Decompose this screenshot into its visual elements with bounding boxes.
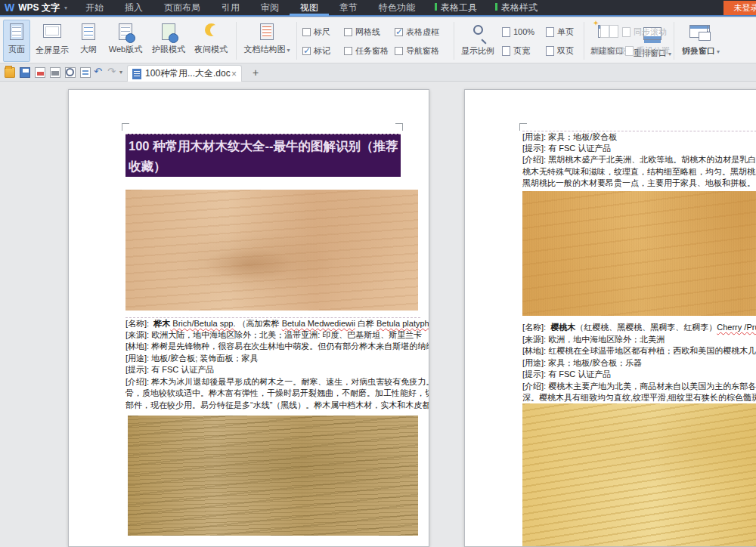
margin-corner-mark — [519, 123, 527, 131]
text-line[interactable]: [提示]: 有 FSC 认证产品 — [125, 364, 214, 376]
button-label: 100% — [513, 27, 534, 36]
text-line[interactable]: 深。樱桃木具有细致均匀直纹,纹理平滑,细纹里有狭长的棕色髓斑及 — [522, 392, 756, 404]
checkbox-label: 标尺 — [314, 26, 330, 38]
text-line[interactable]: [用途]: 地板/胶合板; 装饰面板；家具 — [125, 353, 258, 365]
print-preview-icon[interactable] — [65, 67, 76, 78]
tab-review[interactable]: 审阅 — [250, 0, 290, 16]
magnifier-icon — [468, 25, 488, 45]
checkbox-box — [395, 47, 403, 55]
checkbox-navigation-pane[interactable]: 导航窗格 — [395, 43, 439, 58]
save-icon[interactable] — [20, 67, 30, 78]
page-width-button[interactable]: 页宽 — [502, 43, 530, 58]
latin-name: Cherry /Prunus — [717, 323, 756, 332]
document-map-icon — [257, 23, 277, 43]
tab-special-features[interactable]: 特色功能 — [368, 0, 426, 16]
checkbox-label: 任务窗格 — [355, 45, 389, 57]
wood-image-birch-top[interactable] — [125, 190, 418, 311]
checkbox-table-gridlines[interactable]: 表格虚框 — [395, 24, 439, 39]
single-page-icon — [546, 27, 554, 37]
text-line-name[interactable]: [名称]: 樱桃木（红樱桃、黑樱桃、黑稠李、红稠李）Cherry /Prunus — [522, 322, 756, 334]
text-line[interactable]: [介绍]: 桦木为冰川退却後最早形成的树木之一。耐寒、速生，对病虫害较有免疫力。… — [125, 376, 429, 388]
moon-icon — [201, 23, 221, 43]
tab-table-style[interactable]: 表格样式 — [486, 0, 547, 16]
checkbox-markup[interactable]: 标记 — [302, 43, 330, 58]
text-line[interactable]: [来源]: 欧洲，地中海地区除外；北美洲 — [522, 334, 665, 346]
checkbox-label: 标记 — [314, 45, 330, 57]
separator — [454, 22, 454, 60]
export-pdf-icon[interactable] — [35, 67, 45, 78]
text-line[interactable]: [林地]: 红樱桃在全球温带地区都有种植；西欧和美国的樱桃木几乎 — [522, 345, 756, 357]
tab-view[interactable]: 视图 — [290, 0, 329, 16]
checkbox-box — [395, 28, 403, 36]
new-tab-button[interactable] — [249, 66, 262, 79]
view-outline-button[interactable]: 大纲 — [74, 20, 103, 62]
wps-logo-icon: W — [5, 2, 14, 14]
text-line-name[interactable]: [名称]: 桦木 Brich/Betula spp. （高加索桦 Betula … — [125, 317, 420, 329]
checkbox-gridlines[interactable]: 网格线 — [344, 24, 380, 39]
text-line[interactable]: 骨，质地较软或适中。桦木富有弹性，干燥时易开裂翘曲，不耐磨。加工性能好，切面光滑… — [125, 388, 429, 400]
undo-icon[interactable]: ↶ — [94, 66, 102, 78]
document-tab-title: 100种常用...大全.doc — [145, 67, 231, 80]
text-line[interactable]: [用途]: 家具；地板/胶合板 — [522, 131, 756, 143]
text-line[interactable]: [用途]: 家具；地板/胶合板；乐器 — [522, 357, 642, 369]
zoom-ratio-button[interactable]: 显示比例 — [458, 20, 497, 62]
wood-image-cherry-top[interactable] — [522, 191, 756, 316]
switch-window-button[interactable]: 切换窗口 — [677, 20, 720, 62]
text-line[interactable]: 部件，现在较少用。易分特征是多“水线”（黑线）。桦木属中档木材，实木和木皮都常见… — [125, 400, 429, 412]
single-page-button[interactable]: 单页 — [546, 24, 574, 39]
page-2[interactable]: [用途]: 家具；地板/胶合板 [提示]: 有 FSC 认证产品 [介绍]: 黑… — [464, 89, 756, 547]
text-line[interactable]: 桃木无特殊气味和滋味，纹理直，结构细至略粗，均匀。黑胡桃呈浅黑褐色 — [522, 166, 756, 178]
double-page-button[interactable]: 双页 — [546, 43, 574, 58]
app-name: WPS 文字 — [18, 2, 60, 14]
document-check-icon[interactable] — [80, 67, 91, 78]
view-fullscreen-button[interactable]: 全屏显示 — [32, 20, 73, 62]
tab-home[interactable]: 开始 — [75, 0, 114, 16]
text-line[interactable]: [提示]: 有 FSC 认证产品 — [522, 369, 611, 381]
button-label: 页面 — [4, 45, 29, 54]
text-line[interactable]: [来源]: 欧洲大陆，地中海地区除外；北美；温带亚洲: 印度、巴基斯坦、斯里兰卡 — [125, 329, 422, 341]
tab-page-layout[interactable]: 页面布局 — [153, 0, 211, 16]
field-label: [名称]: — [125, 319, 153, 328]
text-line[interactable]: [提示]: 有 FSC 认证产品 — [522, 143, 611, 155]
wood-image-pale-bottom[interactable] — [522, 403, 756, 547]
button-label: 全屏显示 — [33, 45, 72, 55]
tab-insert[interactable]: 插入 — [114, 0, 153, 16]
night-mode-button[interactable]: 夜间模式 — [191, 20, 231, 62]
button-label: 重设位置 — [637, 45, 670, 57]
tab-table-tools[interactable]: 表格工具 — [426, 0, 486, 16]
button-label: 同步滚动 — [634, 26, 667, 38]
button-label: 文档结构图 — [241, 45, 293, 55]
view-web-layout-button[interactable]: Web版式 — [104, 20, 147, 62]
latin-name: Brich/Betula spp. — [170, 319, 235, 328]
view-page-button[interactable]: 页面 — [3, 20, 30, 62]
document-map-button[interactable]: 文档结构图 — [240, 20, 293, 62]
undo-dropdown-icon[interactable]: ▾ — [119, 69, 122, 76]
document-title-block[interactable]: 100 种常用木材木纹大全--最牛的图解识别（推荐 收藏） — [125, 134, 401, 177]
document-icon — [132, 69, 141, 79]
document-tab[interactable]: 100种常用...大全.doc — [127, 65, 242, 82]
close-tab-icon[interactable] — [231, 69, 237, 79]
text-line[interactable]: 黑胡桃比一般的木材要昂贵一点，主要用于家具、地板和拼板。 — [522, 178, 755, 190]
print-icon[interactable] — [50, 67, 60, 78]
button-label: 并排比较 — [590, 46, 628, 56]
eye-protect-icon — [159, 23, 178, 43]
text-line[interactable]: [介绍]: 黑胡桃木盛产于北美洲、北欧等地。胡桃木的边材是乳白色，心材从浅 — [522, 154, 756, 166]
open-file-icon[interactable] — [5, 67, 15, 78]
tab-section[interactable]: 章节 — [329, 0, 368, 16]
wps-writer-window: W WPS 文字 开始 插入 页面布局 引用 审阅 视图 章节 特色功能 表格工… — [0, 0, 756, 547]
page-1[interactable]: 100 种常用木材木纹大全--最牛的图解识别（推荐 收藏） [名称]: 桦木 B… — [68, 89, 429, 547]
double-page-icon — [546, 46, 554, 56]
checkbox-box — [302, 28, 311, 36]
title-bar: W WPS 文字 开始 插入 页面布局 引用 审阅 视图 章节 特色功能 表格工… — [0, 0, 756, 17]
login-button[interactable]: 未登录 — [723, 1, 756, 15]
tab-references[interactable]: 引用 — [211, 0, 250, 16]
zoom-100-button[interactable]: 100% — [502, 24, 534, 39]
text-line[interactable]: [林地]: 桦树是先锋物种，很容易在次生林地中萌发。但仍有部分桦木来自斯堪的纳维… — [125, 341, 429, 353]
side-compare-icon — [600, 25, 619, 45]
wood-image-walnut-bottom[interactable] — [128, 416, 418, 536]
text-line[interactable]: [介绍]: 樱桃木主要产地为北美，商品材来自以美国为主的东部各个州 — [522, 381, 756, 393]
wps-menu-button[interactable]: W WPS 文字 — [0, 2, 75, 14]
checkbox-task-pane[interactable]: 任务窗格 — [344, 43, 389, 58]
eye-protect-mode-button[interactable]: 护眼模式 — [148, 20, 189, 62]
checkbox-ruler[interactable]: 标尺 — [302, 24, 330, 39]
